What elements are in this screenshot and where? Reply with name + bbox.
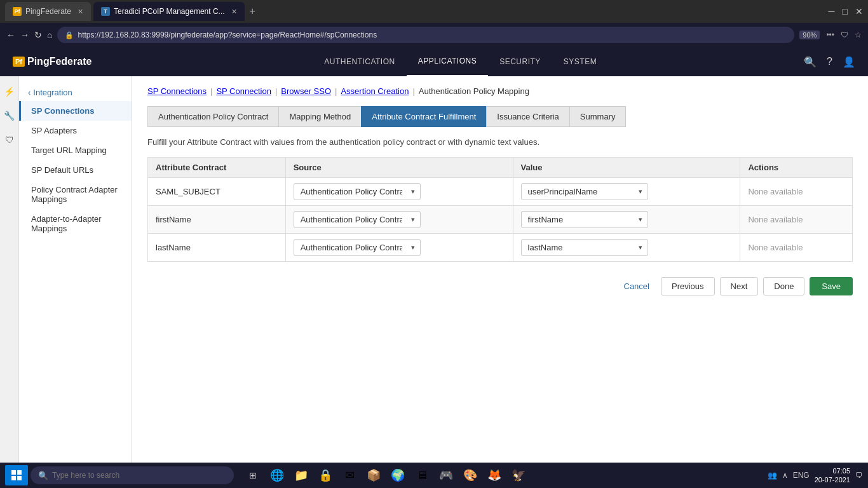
taskbar-app-security[interactable]: 🔒	[314, 465, 337, 485]
nav-authentication[interactable]: AUTHENTICATION	[313, 47, 406, 76]
tab-attribute-contract-fulfillment[interactable]: Attribute Contract Fulfillment	[361, 106, 486, 127]
browser-tab-1[interactable]: Pf PingFederate ✕	[5, 2, 91, 21]
tab2-close[interactable]: ✕	[231, 8, 237, 16]
row1-value-select[interactable]: userPrincipalName firstName lastName ema…	[522, 184, 648, 200]
taskbar-app-edge[interactable]: 🌐	[266, 465, 288, 485]
forward-button[interactable]: →	[20, 30, 29, 40]
row3-source-select-wrap[interactable]: Authentication Policy Contract Dynamic T…	[294, 239, 421, 256]
nav-system[interactable]: SYSTEM	[552, 47, 608, 76]
tab1-close[interactable]: ✕	[78, 8, 83, 16]
tab-summary[interactable]: Summary	[569, 106, 627, 127]
taskbar-app-game[interactable]: 🎮	[435, 465, 458, 485]
taskbar-chevron-icon[interactable]: ∧	[782, 471, 788, 480]
maximize-button[interactable]: □	[843, 6, 848, 17]
nav-applications[interactable]: APPLICATIONS	[407, 47, 488, 76]
close-window-button[interactable]: ✕	[855, 6, 863, 17]
previous-button[interactable]: Previous	[661, 277, 715, 295]
back-button[interactable]: ←	[6, 30, 15, 40]
breadcrumb: SP Connections | SP Connection | Browser…	[147, 86, 853, 96]
taskbar-app-taskview[interactable]: ⊞	[241, 465, 264, 485]
sidebar-icon-connections[interactable]: ⚡	[2, 84, 17, 99]
save-button[interactable]: Save	[810, 277, 853, 295]
sidebar-item-target-url[interactable]: Target URL Mapping	[19, 140, 132, 160]
row1-value-select-wrap[interactable]: userPrincipalName firstName lastName ema…	[521, 183, 648, 200]
taskbar-app-paint[interactable]: 🎨	[459, 465, 482, 485]
breadcrumb-sp-connections[interactable]: SP Connections	[147, 86, 207, 96]
svg-rect-3	[17, 476, 22, 480]
taskbar-people-icon[interactable]: 👥	[768, 471, 777, 480]
tab1-label: PingFederate	[25, 7, 71, 16]
sidebar-item-adapter-adapter[interactable]: Adapter-to-Adapter Mappings	[19, 209, 132, 238]
tab-issuance-criteria[interactable]: Issuance Criteria	[486, 106, 569, 127]
page-description: Fulfill your Attribute Contract with val…	[147, 137, 853, 147]
col-header-attribute-contract: Attribute Contract	[148, 158, 286, 178]
row1-value-cell: userPrincipalName firstName lastName ema…	[513, 178, 740, 206]
taskbar-search-box[interactable]: 🔍	[31, 466, 234, 484]
row3-value-cell: lastName userPrincipalName firstName ema…	[513, 234, 740, 262]
done-button[interactable]: Done	[763, 277, 804, 295]
user-icon[interactable]: 👤	[843, 56, 855, 68]
more-options-icon[interactable]: •••	[826, 30, 834, 39]
sidebar-item-target-url-label: Target URL Mapping	[31, 146, 107, 155]
row2-value-select[interactable]: firstName userPrincipalName lastName ema…	[522, 212, 648, 227]
breadcrumb-assertion-creation[interactable]: Assertion Creation	[341, 86, 409, 96]
row1-source-cell: Authentication Policy Contract Dynamic T…	[285, 178, 513, 206]
row2-value-select-wrap[interactable]: firstName userPrincipalName lastName ema…	[521, 211, 648, 228]
window-controls: ─ □ ✕	[829, 6, 863, 17]
lock-icon: 🔒	[65, 31, 74, 39]
taskbar-notification-icon[interactable]: 🗨	[855, 471, 863, 480]
taskbar-app-store[interactable]: 📦	[362, 465, 385, 485]
address-box[interactable]: 🔒 https://192.168.20.83:9999/pingfederat…	[57, 27, 794, 43]
next-button[interactable]: Next	[720, 277, 759, 295]
sidebar-item-sp-adapters[interactable]: SP Adapters	[19, 121, 132, 140]
row3-actions-text: None available	[748, 243, 803, 252]
sidebar-item-sp-adapters-label: SP Adapters	[31, 126, 77, 135]
breadcrumb-browser-sso[interactable]: Browser SSO	[281, 86, 331, 96]
new-tab-button[interactable]: +	[250, 6, 255, 17]
reload-button[interactable]: ↻	[34, 30, 42, 40]
home-button[interactable]: ⌂	[47, 30, 52, 40]
url-text: https://192.168.20.83:9999/pingfederate/…	[78, 30, 377, 39]
browser-tab-2[interactable]: T Teradici PCoIP Management C... ✕	[93, 2, 245, 21]
taskbar-app-eagle[interactable]: 🦅	[507, 465, 530, 485]
svg-rect-0	[11, 470, 16, 475]
bookmark-icon[interactable]: ☆	[855, 30, 862, 39]
taskbar-app-globe[interactable]: 🌍	[386, 465, 409, 485]
tab-auth-policy-contract[interactable]: Authentication Policy Contract	[147, 106, 278, 127]
cancel-button[interactable]: Cancel	[618, 278, 656, 295]
row1-source-select[interactable]: Authentication Policy Contract Dynamic T…	[294, 184, 420, 200]
help-icon[interactable]: ?	[827, 56, 832, 68]
minimize-button[interactable]: ─	[829, 6, 835, 17]
sidebar-icon-col: ⚡ 🔧 🛡	[0, 76, 19, 463]
start-button[interactable]	[5, 465, 28, 485]
row1-source-select-wrap[interactable]: Authentication Policy Contract Dynamic T…	[294, 183, 421, 200]
sidebar-icon-adapters[interactable]: 🔧	[2, 108, 17, 123]
row3-value-select[interactable]: lastName userPrincipalName firstName ema…	[522, 240, 648, 255]
row3-source-select[interactable]: Authentication Policy Contract Dynamic T…	[294, 240, 420, 255]
tab-mapping-method[interactable]: Mapping Method	[278, 106, 361, 127]
row2-source-select-wrap[interactable]: Authentication Policy Contract Dynamic T…	[294, 211, 421, 228]
sidebar-item-policy-contract[interactable]: Policy Contract Adapter Mappings	[19, 180, 132, 209]
taskbar-app-monitor[interactable]: 🖥	[410, 465, 433, 485]
row3-attribute-contract: lastName	[148, 234, 286, 262]
tab2-label: Teradici PCoIP Management C...	[114, 7, 225, 16]
row3-value-select-wrap[interactable]: lastName userPrincipalName firstName ema…	[521, 239, 648, 256]
svg-rect-1	[17, 470, 22, 475]
taskbar-app-mail[interactable]: ✉	[338, 465, 361, 485]
row2-source-select[interactable]: Authentication Policy Contract Dynamic T…	[294, 212, 420, 227]
col-header-actions: Actions	[740, 158, 853, 178]
row3-actions: None available	[740, 234, 853, 262]
nav-security[interactable]: SECURITY	[488, 47, 552, 76]
sidebar-item-sp-connections-label: SP Connections	[31, 106, 94, 116]
sidebar-icon-shield[interactable]: 🛡	[2, 132, 17, 147]
tab1-favicon: Pf	[13, 7, 22, 16]
search-icon[interactable]: 🔍	[804, 56, 817, 68]
taskbar-app-firefox[interactable]: 🦊	[483, 465, 506, 485]
sidebar-item-sp-connections[interactable]: SP Connections	[19, 101, 132, 121]
sidebar-integration-link[interactable]: ‹ Integration	[19, 84, 132, 101]
breadcrumb-sp-connection[interactable]: SP Connection	[216, 86, 271, 96]
taskbar-app-explorer[interactable]: 📁	[290, 465, 313, 485]
row2-actions: None available	[740, 206, 853, 234]
sidebar-item-sp-default-urls[interactable]: SP Default URLs	[19, 160, 132, 180]
taskbar-search-input[interactable]	[52, 471, 224, 480]
